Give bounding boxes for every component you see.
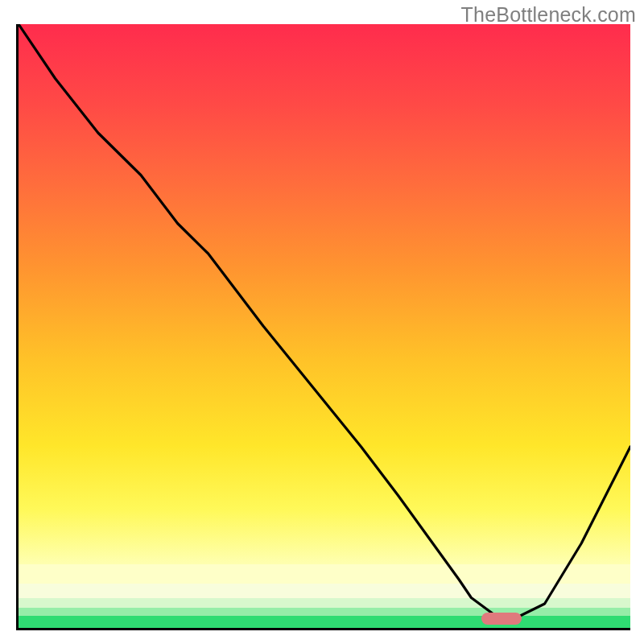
- chart-container: TheBottleneck.com: [0, 0, 644, 644]
- curve-path: [19, 24, 630, 616]
- bottleneck-curve: [19, 24, 630, 628]
- watermark-text: TheBottleneck.com: [461, 3, 636, 27]
- optimal-marker: [481, 613, 522, 625]
- plot-area: [16, 24, 630, 630]
